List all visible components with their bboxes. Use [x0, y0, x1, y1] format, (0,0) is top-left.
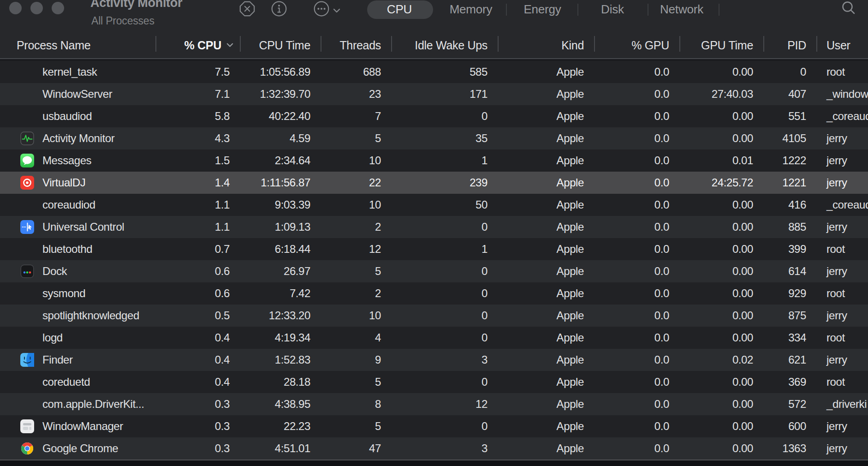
cpu-time: 4.59 — [240, 132, 321, 145]
process-row[interactable]: Universal Control 1.1 1:09.13 2 0 Apple … — [0, 216, 868, 238]
gpu-percent: 0.0 — [594, 176, 679, 189]
column-header-idle-wake-ups[interactable]: Idle Wake Ups — [391, 39, 498, 52]
threads: 5 — [321, 132, 391, 145]
gpu-time: 0.00 — [679, 331, 763, 344]
column-header-gpu-time[interactable]: GPU Time — [679, 39, 763, 52]
column-header-threads[interactable]: Threads — [321, 39, 391, 52]
user: root — [816, 376, 868, 388]
process-name: WindowManager — [42, 420, 123, 433]
cpu-time: 4:38.95 — [240, 398, 321, 411]
column-separator[interactable] — [321, 36, 321, 52]
cpu-percent: 0.4 — [155, 331, 240, 344]
process-row[interactable]: Dock 0.6 26.97 5 0 Apple 0.0 0.00 614 je… — [0, 260, 868, 282]
more-options-button[interactable] — [313, 0, 330, 17]
process-row[interactable]: bluetoothd 0.7 6:18.44 12 1 Apple 0.0 0.… — [0, 238, 868, 260]
cpu-time: 28.18 — [240, 376, 321, 388]
idle-wake-ups: 0 — [391, 265, 498, 278]
tab-energy[interactable]: Energy — [523, 2, 561, 17]
gpu-percent: 0.0 — [594, 243, 679, 256]
idle-wake-ups: 50 — [391, 198, 498, 211]
cpu-percent: 0.6 — [155, 265, 240, 278]
virtualdj-app-icon — [20, 176, 34, 190]
process-name: logd — [42, 331, 63, 344]
idle-wake-ups: 171 — [391, 88, 498, 101]
cpu-percent: 1.1 — [155, 198, 240, 211]
column-header-kind[interactable]: Kind — [498, 39, 594, 52]
column-header-gpu[interactable]: % GPU — [594, 39, 679, 52]
process-name: VirtualDJ — [42, 176, 85, 189]
process-row[interactable]: logd 0.4 4:19.34 4 0 Apple 0.0 0.00 334 … — [0, 327, 868, 349]
process-row[interactable]: usbaudiod 5.8 40:22.40 7 0 Apple 0.0 0.0… — [0, 105, 868, 127]
zoom-button[interactable] — [52, 2, 64, 14]
user: _coreaud — [816, 198, 868, 211]
process-row[interactable]: WindowServer 7.1 1:32:39.70 23 171 Apple… — [0, 83, 868, 105]
toolbar: Activity Monitor All Processes CPU Memor… — [0, 0, 868, 58]
app-icon-slot — [20, 375, 34, 389]
idle-wake-ups: 0 — [391, 376, 498, 388]
column-separator[interactable] — [816, 36, 817, 52]
process-row[interactable]: kernel_task 7.5 1:05:56.89 688 585 Apple… — [0, 61, 868, 83]
process-name: kernel_task — [42, 66, 97, 78]
process-row[interactable]: spotlightknowledged 0.5 12:33.20 10 0 Ap… — [0, 305, 868, 327]
column-header-cpu-time[interactable]: CPU Time — [240, 39, 321, 52]
close-button[interactable] — [9, 2, 22, 14]
column-separator[interactable] — [498, 36, 499, 52]
cpu-time: 7.42 — [240, 287, 321, 300]
kind: Apple — [498, 221, 594, 233]
column-separator[interactable] — [240, 36, 241, 52]
threads: 2 — [321, 287, 391, 300]
idle-wake-ups: 0 — [391, 420, 498, 433]
tab-disk[interactable]: Disk — [601, 2, 624, 17]
column-separator[interactable] — [391, 36, 392, 52]
tab-network[interactable]: Network — [660, 2, 703, 17]
pid: 1222 — [763, 154, 816, 167]
gpu-percent: 0.0 — [594, 88, 679, 101]
user: jerry — [816, 309, 868, 322]
tab-memory[interactable]: Memory — [450, 2, 493, 17]
app-icon-slot — [20, 397, 34, 411]
cpu-time: 40:22.40 — [240, 110, 321, 123]
gpu-percent: 0.0 — [594, 442, 679, 455]
process-row[interactable]: Messages 1.5 2:34.64 10 1 Apple 0.0 0.01… — [0, 149, 868, 172]
process-row[interactable]: coreaudiod 1.1 9:03.39 10 50 Apple 0.0 0… — [0, 194, 868, 216]
column-separator[interactable] — [763, 36, 764, 52]
gpu-time: 0.01 — [679, 154, 763, 167]
column-header-user[interactable]: User — [816, 39, 868, 52]
column-separator[interactable] — [679, 36, 680, 52]
process-row[interactable]: VirtualDJ 1.4 1:11:56.87 22 239 Apple 0.… — [0, 172, 868, 194]
column-separator[interactable] — [594, 36, 595, 52]
column-header-pid[interactable]: PID — [763, 39, 816, 52]
process-row[interactable]: WindowManager 0.3 22.23 5 0 Apple 0.0 0.… — [0, 415, 868, 437]
process-row[interactable]: com.apple.DriverKit... 0.3 4:38.95 8 12 … — [0, 393, 868, 415]
search-button[interactable] — [840, 0, 857, 17]
process-row[interactable]: sysmond 0.6 7.42 2 0 Apple 0.0 0.00 929 … — [0, 282, 868, 305]
threads: 5 — [321, 420, 391, 433]
finder-app-icon — [20, 353, 34, 367]
tab-cpu[interactable]: CPU — [387, 2, 412, 17]
column-separator[interactable] — [155, 36, 156, 52]
gpu-percent: 0.0 — [594, 376, 679, 388]
column-header-process-name[interactable]: Process Name — [0, 39, 155, 52]
user: jerry — [816, 265, 868, 278]
process-row[interactable]: coreduetd 0.4 28.18 5 0 Apple 0.0 0.00 3… — [0, 371, 868, 393]
process-name: sysmond — [42, 287, 85, 300]
app-icon-slot — [20, 198, 34, 212]
cpu-time: 1:32:39.70 — [240, 88, 321, 101]
column-header-cpu-sorted[interactable]: % CPU — [155, 39, 240, 52]
user: root — [816, 331, 868, 344]
cpu-percent: 5.8 — [155, 110, 240, 123]
pid: 1363 — [763, 442, 816, 455]
pid: 614 — [763, 265, 816, 278]
minimize-button[interactable] — [30, 2, 43, 14]
process-row[interactable]: Finder 0.4 1:52.83 9 3 Apple 0.0 0.02 62… — [0, 349, 868, 371]
inspect-process-button[interactable] — [271, 0, 287, 17]
process-name: usbaudiod — [42, 110, 92, 123]
kind: Apple — [498, 420, 594, 433]
process-name: WindowServer — [42, 88, 112, 101]
process-row[interactable]: Activity Monitor 4.3 4.59 5 35 Apple 0.0… — [0, 127, 868, 149]
user: jerry — [816, 353, 868, 366]
process-row[interactable]: Google Chrome 0.3 4:51.01 47 3 Apple 0.0… — [0, 437, 868, 460]
gpu-time: 27:40.03 — [679, 88, 763, 101]
cpu-percent: 0.4 — [155, 376, 240, 388]
quit-process-button[interactable] — [239, 0, 256, 17]
